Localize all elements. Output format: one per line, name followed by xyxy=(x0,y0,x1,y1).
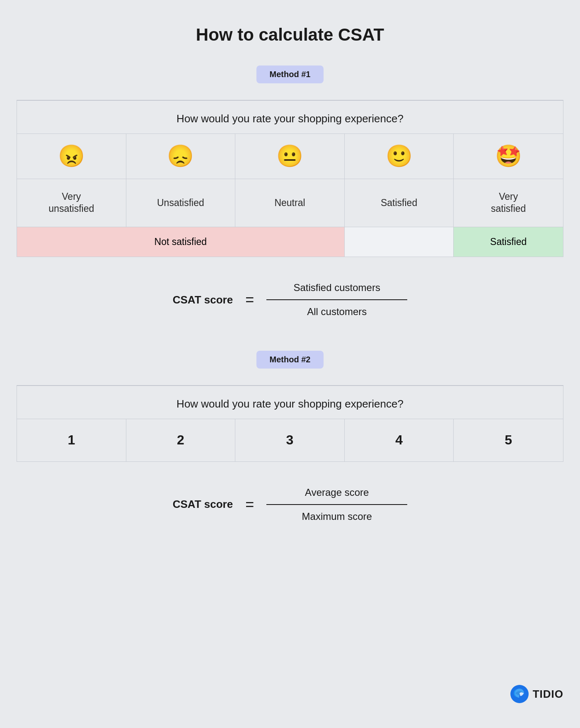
num-1: 1 xyxy=(17,419,126,461)
method2-formula-numerator: Average score xyxy=(305,487,369,502)
logo-area: TIDIO xyxy=(510,668,563,703)
num-3: 3 xyxy=(235,419,345,461)
emoji-1: 😠 xyxy=(17,134,126,179)
method2-question: How would you rate your shopping experie… xyxy=(17,386,563,419)
num-4: 4 xyxy=(345,419,454,461)
method1-badge: Method #1 xyxy=(256,66,324,83)
not-satisfied-cell: Not satisfied xyxy=(17,227,345,257)
method2-formula: CSAT score = Average score Maximum score xyxy=(17,462,563,547)
emoji-row: 😠 😞 😐 🙂 🤩 xyxy=(17,134,563,179)
method2-survey-block: How would you rate your shopping experie… xyxy=(17,386,563,462)
satisfaction-row: Not satisfied Satisfied xyxy=(17,227,563,257)
label-3: Neutral xyxy=(235,179,345,228)
method1-formula-label: CSAT score xyxy=(173,294,233,306)
emoji-2: 😞 xyxy=(126,134,236,179)
emoji-3: 😐 xyxy=(235,134,345,179)
emoji-4: 🙂 xyxy=(345,134,454,179)
method1-survey-block: How would you rate your shopping experie… xyxy=(17,100,563,257)
page-title: How to calculate CSAT xyxy=(196,25,384,45)
method1-formula: CSAT score = Satisfied customers All cus… xyxy=(17,257,563,342)
method1-question: How would you rate your shopping experie… xyxy=(17,101,563,134)
method1-formula-numerator: Satisfied customers xyxy=(294,282,380,297)
method2-formula-fraction: Average score Maximum score xyxy=(266,487,407,522)
gap-cell xyxy=(345,227,454,257)
method1-formula-equals: = xyxy=(245,291,254,308)
logo-text: TIDIO xyxy=(533,688,563,701)
method2-formula-equals: = xyxy=(245,496,254,513)
method2-badge: Method #2 xyxy=(256,351,324,369)
label-1: Veryunsatisfied xyxy=(17,179,126,228)
method1-formula-fraction: Satisfied customers All customers xyxy=(266,282,407,318)
num-2: 2 xyxy=(126,419,236,461)
tidio-logo-icon xyxy=(510,685,529,703)
method1-section: Method #1 How would you rate your shoppi… xyxy=(17,66,563,342)
satisfied-cell: Satisfied xyxy=(454,227,563,257)
method1-formula-denominator: All customers xyxy=(307,303,367,318)
method1-formula-line xyxy=(266,299,407,300)
label-row: Veryunsatisfied Unsatisfied Neutral Sati… xyxy=(17,179,563,228)
num-5: 5 xyxy=(454,419,563,461)
method2-formula-line xyxy=(266,504,407,505)
label-4: Satisfied xyxy=(345,179,454,228)
number-row: 1 2 3 4 5 xyxy=(17,419,563,461)
emoji-5: 🤩 xyxy=(454,134,563,179)
label-2: Unsatisfied xyxy=(126,179,236,228)
label-5: Verysatisfied xyxy=(454,179,563,228)
method2-formula-denominator: Maximum score xyxy=(302,507,372,522)
method2-formula-label: CSAT score xyxy=(173,498,233,511)
method2-section: Method #2 How would you rate your shoppi… xyxy=(17,351,563,547)
